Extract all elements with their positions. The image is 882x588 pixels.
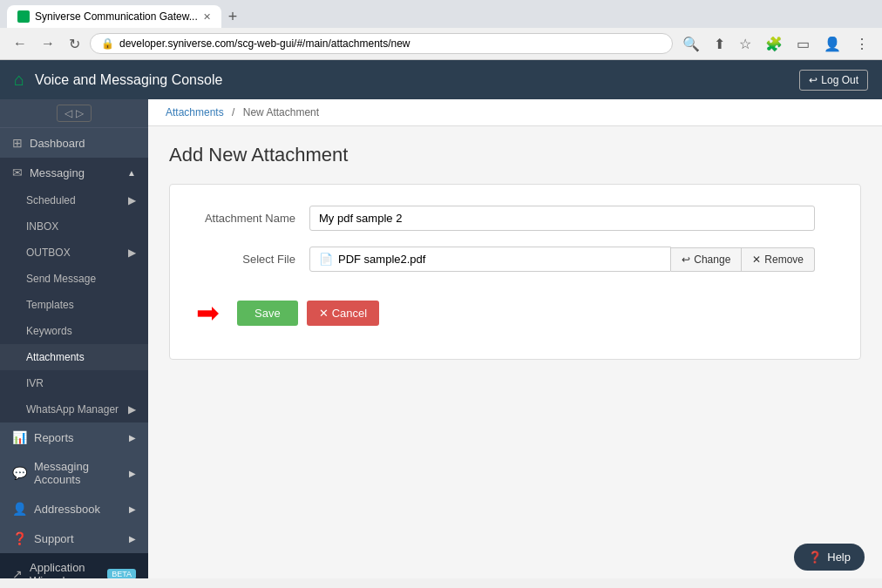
sidebar-item-messaging-accounts[interactable]: 💬 Messaging Accounts ▶	[0, 452, 148, 494]
messaging-icon: ✉	[12, 166, 23, 179]
sidebar-dashboard-label: Dashboard	[30, 137, 85, 150]
support-chevron: ▶	[129, 534, 136, 544]
sidebar-item-attachments[interactable]: Attachments	[0, 344, 148, 370]
browser-actions: 🔍 ⬆ ☆ 🧩 ▭ 👤 ⋮	[678, 34, 873, 54]
change-icon: ↩	[682, 253, 690, 266]
change-label: Change	[694, 253, 730, 266]
wizard-icon: ↗	[12, 567, 23, 578]
sidebar-item-templates[interactable]: Templates	[0, 292, 148, 318]
whatsapp-chevron: ▶	[128, 403, 136, 416]
sidebar-item-messaging[interactable]: ✉ Messaging ▲	[0, 158, 148, 187]
breadcrumb-separator: /	[232, 106, 234, 118]
sidebar-item-reports[interactable]: 📊 Reports ▶	[0, 422, 148, 452]
page-title: Add New Attachment	[169, 144, 861, 166]
save-button[interactable]: Save	[237, 301, 298, 326]
help-button[interactable]: ❓ Help	[794, 544, 865, 571]
share-icon[interactable]: ⬆	[709, 34, 729, 54]
collapse-button[interactable]: ◁ ▷	[57, 105, 91, 122]
tab-bar: Syniverse Communication Gatew... ✕ +	[0, 0, 882, 28]
active-tab[interactable]: Syniverse Communication Gatew... ✕	[7, 5, 221, 28]
breadcrumb-parent[interactable]: Attachments	[166, 106, 224, 118]
sidebar-item-support[interactable]: ❓ Support ▶	[0, 524, 148, 553]
scheduled-chevron: ▶	[128, 194, 136, 206]
tab-close-icon[interactable]: ✕	[203, 11, 211, 23]
attachment-name-label: Attachment Name	[196, 212, 309, 225]
messaging-accounts-label: Messaging Accounts	[34, 460, 122, 486]
sidebar-item-whatsapp-manager[interactable]: WhatsApp Manager ▶	[0, 396, 148, 422]
main-layout: ◁ ▷ ⊞ Dashboard ✉ Messaging ▲ Scheduled …	[0, 99, 882, 578]
bookmark-icon[interactable]: ☆	[735, 34, 756, 54]
cancel-label: Cancel	[332, 307, 367, 320]
sidebar-item-ivr[interactable]: IVR	[0, 370, 148, 396]
favicon	[17, 10, 30, 23]
logout-button[interactable]: ↩ Log Out	[799, 70, 868, 91]
forward-button[interactable]: →	[37, 34, 59, 53]
app-header: ⌂ Voice and Messaging Console ↩ Log Out	[0, 60, 882, 99]
extensions-icon[interactable]: 🧩	[761, 34, 787, 54]
app-title: Voice and Messaging Console	[35, 72, 222, 88]
lock-icon: 🔒	[101, 37, 114, 50]
remove-label: Remove	[764, 253, 804, 266]
sidebar-item-addressbook[interactable]: 👤 Addressbook ▶	[0, 494, 148, 524]
tab-view-icon[interactable]: ▭	[792, 34, 814, 54]
back-button[interactable]: ←	[9, 34, 31, 53]
tab-title: Syniverse Communication Gatew...	[35, 10, 198, 23]
support-icon: ❓	[12, 531, 27, 545]
url-input[interactable]	[119, 37, 662, 50]
sidebar-item-send-message[interactable]: Send Message	[0, 266, 148, 292]
new-tab-button[interactable]: +	[221, 8, 245, 26]
action-row: ➡ Save ✕ Cancel	[196, 287, 834, 338]
cancel-icon: ✕	[319, 307, 329, 320]
sidebar: ◁ ▷ ⊞ Dashboard ✉ Messaging ▲ Scheduled …	[0, 99, 148, 578]
file-name: PDF sample2.pdf	[338, 253, 425, 266]
attachments-label: Attachments	[26, 351, 85, 363]
address-bar: 🔒	[90, 33, 673, 54]
addressbook-chevron: ▶	[129, 504, 136, 514]
beta-badge: BETA	[107, 569, 136, 578]
file-icon: 📄	[319, 253, 333, 266]
breadcrumb: Attachments / New Attachment	[148, 99, 882, 126]
remove-file-button[interactable]: ✕ Remove	[742, 247, 815, 272]
menu-icon[interactable]: ⋮	[851, 34, 873, 54]
select-file-row: Select File 📄 PDF sample2.pdf ↩ Change ✕	[196, 247, 834, 272]
logout-icon: ↩	[809, 74, 818, 86]
sidebar-collapse[interactable]: ◁ ▷	[0, 99, 148, 128]
cancel-button[interactable]: ✕ Cancel	[307, 301, 379, 326]
help-icon: ❓	[808, 551, 822, 564]
addressbook-label: Addressbook	[34, 503, 100, 516]
browser-controls: ← → ↻ 🔒 🔍 ⬆ ☆ 🧩 ▭ 👤 ⋮	[0, 28, 882, 59]
templates-label: Templates	[26, 299, 74, 311]
reload-button[interactable]: ↻	[64, 34, 85, 54]
support-label: Support	[34, 532, 74, 545]
attachment-name-input[interactable]	[309, 206, 815, 231]
home-icon[interactable]: ⌂	[14, 70, 24, 90]
send-message-label: Send Message	[26, 273, 96, 285]
change-file-button[interactable]: ↩ Change	[671, 247, 742, 272]
search-icon[interactable]: 🔍	[678, 34, 704, 54]
sidebar-item-dashboard[interactable]: ⊞ Dashboard	[0, 128, 148, 158]
profile-icon[interactable]: 👤	[819, 34, 845, 54]
content-inner: Add New Attachment Attachment Name Selec…	[148, 126, 882, 377]
wizard-label: Application Wizard	[30, 561, 97, 578]
outbox-chevron: ▶	[128, 247, 136, 259]
breadcrumb-current: New Attachment	[243, 106, 319, 118]
messaging-chevron: ▲	[127, 168, 136, 178]
remove-icon: ✕	[752, 253, 761, 266]
sidebar-item-inbox[interactable]: INBOX	[0, 213, 148, 240]
dashboard-icon: ⊞	[12, 136, 23, 150]
logout-label: Log Out	[821, 74, 858, 86]
messaging-submenu: Scheduled ▶ INBOX OUTBOX ▶ Send Message …	[0, 187, 148, 422]
file-display: 📄 PDF sample2.pdf	[309, 247, 671, 272]
select-file-label: Select File	[196, 253, 309, 266]
keywords-label: Keywords	[26, 325, 72, 337]
messaging-accounts-chevron: ▶	[129, 469, 136, 478]
browser-chrome: Syniverse Communication Gatew... ✕ + ← →…	[0, 0, 882, 60]
sidebar-item-keywords[interactable]: Keywords	[0, 318, 148, 344]
sidebar-item-outbox[interactable]: OUTBOX ▶	[0, 240, 148, 266]
sidebar-item-scheduled[interactable]: Scheduled ▶	[0, 187, 148, 213]
sidebar-messaging-label: Messaging	[30, 166, 85, 179]
inbox-label: INBOX	[26, 220, 58, 233]
outbox-label: OUTBOX	[26, 247, 71, 259]
sidebar-item-application-wizard[interactable]: ↗ Application Wizard BETA	[0, 553, 148, 578]
addressbook-icon: 👤	[12, 502, 27, 516]
